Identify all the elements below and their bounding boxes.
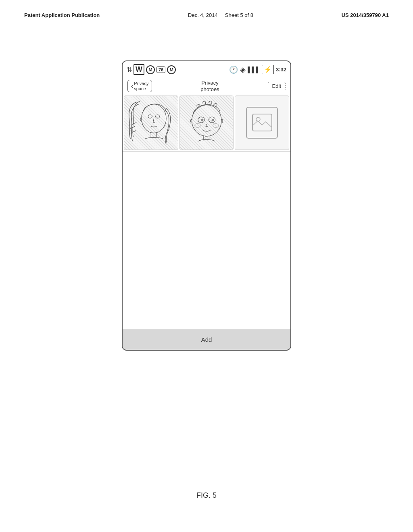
patent-header-right: US 2014/359790 A1 (342, 12, 389, 18)
status-bar-left: ⇅ W M 76 M (127, 64, 176, 75)
content-area (123, 152, 290, 329)
svg-rect-10 (252, 114, 272, 131)
photo-cell-2[interactable] (179, 96, 234, 150)
battery-icon: ⚡ (262, 65, 274, 74)
nav-bar: Privacy space Privacy photoes Edit (123, 78, 290, 94)
signal-bars-icon: ▌▌▌ (248, 66, 260, 73)
status-bar: ⇅ W M 76 M 🕐 ◈ ▌▌▌ ⚡ 3:32 (123, 61, 290, 78)
back-button[interactable]: Privacy space (127, 80, 152, 92)
status-bar-right: 🕐 ◈ ▌▌▌ ⚡ 3:32 (229, 65, 286, 74)
clock-icon: 🕐 (229, 65, 238, 74)
back-label: Privacy space (134, 81, 148, 91)
patent-header-left: Patent Application Publication (24, 12, 100, 18)
add-button[interactable]: Add (201, 336, 212, 343)
m-circle-icon: M (146, 65, 155, 74)
svg-point-11 (256, 117, 260, 121)
patent-header-center: Dec. 4, 2014 Sheet 5 of 8 (188, 12, 253, 18)
patent-sheet: Sheet 5 of 8 (225, 12, 253, 18)
photo-placeholder (246, 107, 278, 139)
patent-header: Patent Application Publication Dec. 4, 2… (24, 12, 389, 18)
bottom-bar[interactable]: Add (123, 329, 290, 350)
patent-date: Dec. 4, 2014 (188, 12, 218, 18)
photo-cell-1[interactable] (124, 96, 178, 150)
placeholder-image-icon (252, 114, 272, 131)
arrows-icon: ⇅ (127, 66, 132, 73)
figure-label: FIG. 5 (196, 491, 217, 500)
badge-76: 76 (156, 66, 165, 73)
photo-cell-3[interactable] (235, 96, 289, 150)
signal-w-icon: W (133, 64, 144, 75)
m2-circle-icon: M (167, 65, 176, 74)
photo-grid (123, 94, 290, 152)
nav-title: Privacy photoes (200, 80, 219, 92)
time-display: 3:32 (276, 66, 286, 73)
edit-button[interactable]: Edit (268, 82, 286, 90)
wifi-icon: ◈ (240, 65, 246, 74)
phone-mockup: ⇅ W M 76 M 🕐 ◈ ▌▌▌ ⚡ 3:32 Privacy space (122, 60, 291, 351)
